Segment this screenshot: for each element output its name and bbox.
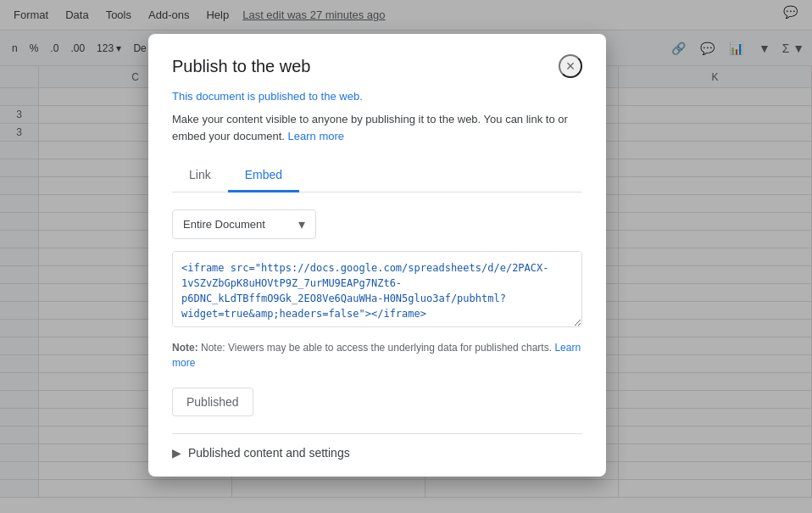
description-body: Make your content visible to anyone by p… xyxy=(172,113,568,142)
settings-label: Published content and settings xyxy=(188,446,350,460)
document-scope-dropdown[interactable]: Entire Document ▾ xyxy=(172,209,316,239)
embed-code-textarea[interactable] xyxy=(172,251,582,327)
dialog-title: Publish to the web xyxy=(172,57,310,76)
publish-to-web-dialog: Publish to the web × This document is pu… xyxy=(148,34,606,477)
settings-row[interactable]: ▶ Published content and settings xyxy=(172,446,582,460)
description-text: Make your content visible to anyone by p… xyxy=(172,111,582,144)
tabs-container: Link Embed xyxy=(172,159,582,192)
learn-more-link-desc[interactable]: Learn more xyxy=(288,130,344,142)
dropdown-wrapper: Entire Document ▾ xyxy=(172,209,582,239)
dropdown-label: Entire Document xyxy=(183,218,265,231)
tab-link[interactable]: Link xyxy=(172,159,228,192)
published-to-web-link[interactable]: This document is published to the web. xyxy=(172,90,582,103)
close-button[interactable]: × xyxy=(559,54,582,78)
divider xyxy=(172,433,582,434)
chevron-right-icon: ▶ xyxy=(172,446,181,460)
note-body: Note: Viewers may be able to access the … xyxy=(201,342,552,354)
published-button[interactable]: Published xyxy=(172,388,253,416)
dialog-header: Publish to the web × xyxy=(172,54,582,78)
tab-embed[interactable]: Embed xyxy=(228,159,299,192)
note-text: Note: Note: Viewers may be able to acces… xyxy=(172,340,582,371)
chevron-down-icon: ▾ xyxy=(298,216,305,232)
